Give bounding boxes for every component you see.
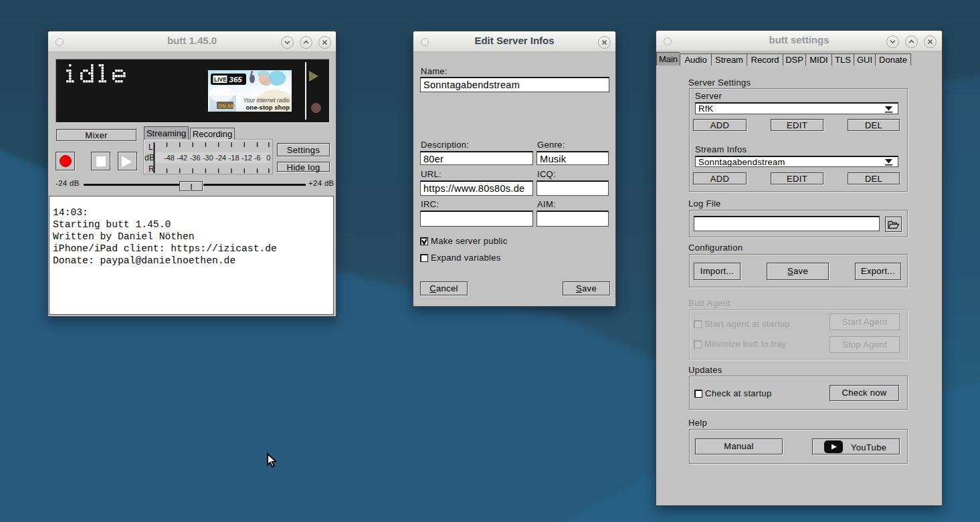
- svg-text:-36: -36: [190, 154, 201, 162]
- svg-text:ON AIR: ON AIR: [219, 103, 237, 109]
- svg-text:Your internet radio: Your internet radio: [243, 97, 290, 104]
- svg-text:0: 0: [266, 154, 270, 162]
- svg-text:-48: -48: [164, 154, 175, 162]
- svg-text:-30: -30: [203, 154, 213, 162]
- svg-text:-12: -12: [241, 154, 252, 162]
- svg-text:365: 365: [229, 76, 243, 84]
- svg-text:-18: -18: [229, 154, 239, 162]
- svg-text:-42: -42: [177, 154, 187, 162]
- svg-text:-6: -6: [254, 154, 261, 162]
- svg-text:-24: -24: [215, 154, 226, 162]
- svg-text:one-stop shop: one-stop shop: [246, 104, 290, 111]
- svg-text:LIVE: LIVE: [214, 76, 227, 83]
